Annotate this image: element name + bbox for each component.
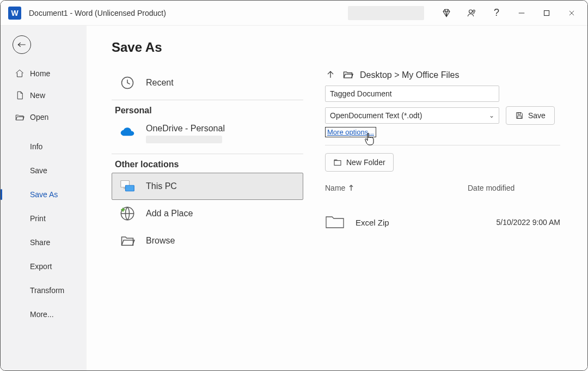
onedrive-account-email <box>146 136 222 143</box>
location-label: OneDrive - Personal <box>146 124 225 133</box>
diamond-icon[interactable] <box>434 1 459 26</box>
location-label: Add a Place <box>146 209 193 218</box>
folder-icon[interactable] <box>342 69 354 81</box>
browse-icon <box>119 232 136 250</box>
location-recent[interactable]: Recent <box>112 69 303 96</box>
back-button[interactable] <box>13 35 31 54</box>
locations-personal-heading: Personal <box>115 106 303 115</box>
svg-rect-11 <box>518 113 520 114</box>
sidebar-label: Save <box>30 166 47 175</box>
maximize-button[interactable] <box>534 1 559 26</box>
chevron-down-icon: ⌄ <box>489 112 494 119</box>
sidebar-label: Share <box>30 238 50 247</box>
filetype-value: OpenDocument Text (*.odt) <box>330 111 422 120</box>
save-panel: Desktop > My Office Files OpenDocument T… <box>325 69 560 254</box>
location-label: Browse <box>146 236 175 246</box>
sidebar-save-as[interactable]: Save As <box>1 184 87 205</box>
sidebar-home[interactable]: Home <box>1 63 87 84</box>
col-date-label: Date modified <box>468 184 514 192</box>
sidebar-export[interactable]: Export <box>1 256 87 277</box>
location-add-place[interactable]: Add a Place <box>112 200 303 227</box>
sidebar-label: Print <box>30 214 46 223</box>
sidebar-save[interactable]: Save <box>1 160 87 181</box>
sidebar-new[interactable]: New <box>1 84 87 106</box>
col-name-header[interactable]: Name <box>325 184 468 192</box>
sidebar-open[interactable]: Open <box>1 106 87 128</box>
svg-rect-3 <box>544 10 549 15</box>
col-date-header[interactable]: Date modified <box>468 184 560 192</box>
titlebar: W Document1 - Word (Unlicensed Product) … <box>1 1 587 26</box>
up-folder-button[interactable] <box>325 69 337 81</box>
svg-rect-12 <box>518 116 522 119</box>
location-onedrive[interactable]: OneDrive - Personal <box>112 119 303 150</box>
help-button[interactable]: ? <box>484 1 509 26</box>
location-this-pc[interactable]: This PC <box>112 173 303 200</box>
main-panel: Save As Recent Personal One <box>87 26 587 370</box>
open-icon <box>15 112 24 122</box>
home-icon <box>15 69 24 78</box>
sidebar-share[interactable]: Share <box>1 232 87 253</box>
save-button[interactable]: Save <box>506 106 555 125</box>
sidebar-label: More... <box>30 310 54 319</box>
location-label: Recent <box>146 78 174 88</box>
backstage-sidebar: Home New Open Info Save Save As Print Sh… <box>1 26 87 370</box>
account-icon[interactable] <box>459 1 484 26</box>
svg-rect-9 <box>126 185 134 191</box>
more-options-link[interactable]: More options... <box>325 127 376 137</box>
minimize-button[interactable] <box>509 1 534 26</box>
locations-other-heading: Other locations <box>115 160 303 169</box>
sidebar-print[interactable]: Print <box>1 208 87 229</box>
account-area[interactable] <box>348 6 424 20</box>
location-label: This PC <box>146 181 177 191</box>
file-row[interactable]: Excel Zip 5/10/2022 9:00 AM <box>325 214 560 230</box>
recent-icon <box>119 74 136 92</box>
breadcrumb[interactable]: Desktop > My Office Files <box>360 70 459 80</box>
sidebar-label: Transform <box>30 286 64 295</box>
file-date: 5/10/2022 9:00 AM <box>468 218 560 227</box>
svg-point-0 <box>469 10 473 13</box>
folder-icon <box>325 214 346 230</box>
sidebar-info[interactable]: Info <box>1 136 87 157</box>
new-folder-button[interactable]: New Folder <box>325 153 394 172</box>
sidebar-label: New <box>30 91 45 100</box>
sidebar-label: Save As <box>30 190 58 199</box>
this-pc-icon <box>119 178 136 195</box>
column-headers: Name Date modified <box>325 184 560 192</box>
close-button[interactable] <box>559 1 584 26</box>
window-title: Document1 - Word (Unlicensed Product) <box>29 9 166 17</box>
add-place-icon <box>119 205 136 222</box>
sidebar-label: Export <box>30 262 52 271</box>
page-title: Save As <box>112 40 560 55</box>
word-logo-icon: W <box>8 7 21 20</box>
sidebar-more[interactable]: More... <box>1 303 87 325</box>
sidebar-transform[interactable]: Transform <box>1 279 87 301</box>
svg-point-1 <box>473 10 475 12</box>
location-browse[interactable]: Browse <box>112 227 303 254</box>
filetype-dropdown[interactable]: OpenDocument Text (*.odt) ⌄ <box>325 107 499 124</box>
col-name-label: Name <box>325 184 345 192</box>
new-icon <box>15 90 24 100</box>
path-row: Desktop > My Office Files <box>325 69 560 81</box>
sidebar-label: Info <box>30 142 42 151</box>
save-button-label: Save <box>528 111 546 120</box>
sidebar-label: Home <box>30 69 50 78</box>
locations-column: Recent Personal OneDrive - Personal <box>112 69 303 254</box>
sidebar-label: Open <box>30 113 48 121</box>
new-folder-label: New Folder <box>346 158 385 167</box>
svg-rect-13 <box>334 161 341 166</box>
file-name: Excel Zip <box>356 218 468 227</box>
onedrive-icon <box>119 124 136 141</box>
filename-input[interactable] <box>325 86 499 102</box>
sort-asc-icon <box>348 185 354 191</box>
